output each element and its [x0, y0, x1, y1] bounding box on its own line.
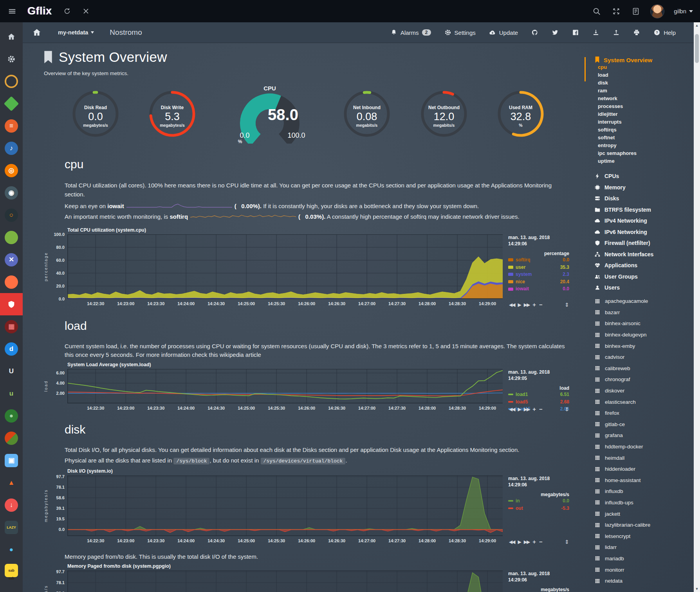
nav-section-ipv6-networking[interactable]: IPv6 Networking: [583, 227, 694, 238]
play-button[interactable]: ▶: [518, 539, 520, 545]
nav-subitem-load[interactable]: load: [583, 71, 694, 79]
legend-user[interactable]: user35.3: [508, 264, 569, 271]
facebook-icon[interactable]: [572, 29, 579, 36]
nav-app-calibreweb[interactable]: calibreweb: [583, 363, 694, 374]
app-docker[interactable]: ≡: [0, 115, 23, 137]
nav-app-lidarr[interactable]: lidarr: [583, 542, 694, 553]
app-heimdall-active[interactable]: [0, 293, 23, 315]
nav-app-mariadb[interactable]: mariadb: [583, 553, 694, 564]
gauge-disk-read[interactable]: Disk Read0.0megabytes/s: [70, 89, 121, 140]
nav-section-system-overview[interactable]: System Overview: [583, 56, 694, 63]
pan-left-button[interactable]: ◀◀: [509, 539, 514, 545]
zoom-in-button[interactable]: +: [532, 406, 536, 412]
nav-app-apacheguacamole[interactable]: apacheguacamole: [583, 296, 694, 307]
nav-app-influxdb-ups[interactable]: influxdb-ups: [583, 497, 694, 508]
nav-subitem-network[interactable]: network: [583, 95, 694, 103]
nav-app-heimdall[interactable]: heimdall: [583, 452, 694, 464]
pan-left-button[interactable]: ◀◀: [509, 302, 514, 308]
nav-app-hddtemp-docker[interactable]: hddtemp-docker: [583, 441, 694, 452]
chart-plot-area[interactable]: [67, 570, 503, 592]
server-dropdown[interactable]: my-netdata: [58, 29, 94, 36]
nav-app-monitorr[interactable]: monitorr: [583, 564, 694, 576]
gauge-disk-write[interactable]: Disk Write5.3megabytes/s: [147, 89, 197, 140]
pan-right-button[interactable]: ▶▶: [524, 407, 529, 412]
gauge-cpu[interactable]: CPU58.00.0100.0%: [224, 84, 315, 145]
nav-section-btrfs-filesystem[interactable]: BTRFS filesystem: [583, 204, 694, 216]
pan-right-button[interactable]: ▶▶: [524, 302, 529, 308]
gauge-net-inbound[interactable]: Net Inbound0.08megabits/s: [342, 89, 392, 140]
fullscreen-icon[interactable]: [611, 6, 621, 16]
zoom-in-button[interactable]: +: [532, 301, 536, 308]
chart-plot-area[interactable]: [67, 234, 503, 299]
nav-app-elasticsearch[interactable]: elasticsearch: [583, 396, 694, 408]
nav-subitem-cpu[interactable]: cpu: [583, 63, 694, 71]
app-unraid[interactable]: U: [0, 360, 23, 382]
app-gitlab[interactable]: ▲: [0, 471, 23, 494]
nav-app-binhex-delugevpn[interactable]: binhex-delugevpn: [583, 329, 694, 340]
alarms-button[interactable]: Alarms2: [390, 29, 431, 36]
nav-section-users[interactable]: Users: [583, 282, 694, 293]
app-radarr[interactable]: ◉: [0, 182, 23, 204]
nav-app-home-assistant[interactable]: home-assistant: [583, 475, 694, 486]
nav-app-netdata[interactable]: netdata: [583, 575, 694, 587]
settings-button[interactable]: Settings: [444, 29, 476, 36]
gauge-used-ram[interactable]: Used RAM32.8%: [496, 89, 546, 140]
home-shortcut[interactable]: [0, 25, 23, 48]
nav-subitem-softirqs[interactable]: softirqs: [583, 126, 694, 134]
resize-handle[interactable]: ⇕: [565, 302, 569, 308]
legend-softirq[interactable]: softirq0.0: [508, 256, 569, 264]
nav-subitem-disk[interactable]: disk: [583, 79, 694, 87]
nav-app-chronograf[interactable]: chronograf: [583, 374, 694, 385]
nav-app-binhex-emby[interactable]: binhex-emby: [583, 340, 694, 352]
page-scrollbar[interactable]: ▲ ▼: [694, 22, 700, 592]
search-icon[interactable]: [592, 6, 602, 16]
legend-iowait[interactable]: iowait0.0: [508, 285, 569, 293]
chart-system-load[interactable]: System Load Average (system.load)load6.0…: [42, 362, 572, 414]
user-menu[interactable]: gilbn: [674, 8, 693, 14]
chart-plot-area[interactable]: [67, 475, 503, 536]
app-grafana[interactable]: [0, 226, 23, 248]
nav-subitem-entropy[interactable]: entropy: [583, 142, 694, 149]
app-lazylibrarian[interactable]: LAZY: [0, 516, 23, 538]
app-filebrowser[interactable]: ▣: [0, 449, 23, 471]
nav-app-gitlab-ce[interactable]: gitlab-ce: [583, 419, 694, 430]
zoom-out-button[interactable]: −: [539, 538, 543, 545]
changelog-icon[interactable]: [631, 6, 641, 16]
scroll-thumb[interactable]: [695, 34, 699, 63]
nav-subitem-interrupts[interactable]: interrupts: [583, 118, 694, 126]
resize-handle[interactable]: ⇕: [565, 406, 569, 412]
close-tab-icon[interactable]: [81, 6, 91, 16]
export-icon[interactable]: [613, 29, 620, 36]
nav-section-network-interfaces[interactable]: Network Interfaces: [583, 249, 694, 260]
app-pills[interactable]: [0, 427, 23, 449]
gauge-net-outbound[interactable]: Net Outbound12.0megabits/s: [419, 89, 469, 140]
app-airsonic[interactable]: ♪: [0, 137, 23, 159]
chart-system-io[interactable]: Disk I/O (system.io)megabytes/s97.778.15…: [42, 468, 572, 546]
app-download[interactable]: ↓: [0, 494, 23, 516]
nav-subitem-idlejitter[interactable]: idlejitter: [583, 110, 694, 118]
twitter-icon[interactable]: [552, 29, 559, 36]
legend-in[interactable]: in0.0: [508, 497, 569, 505]
avatar[interactable]: [650, 4, 664, 18]
nav-subitem-softnet[interactable]: softnet: [583, 134, 694, 142]
import-icon[interactable]: [592, 29, 599, 36]
refresh-icon[interactable]: [62, 6, 72, 16]
scroll-up-arrow[interactable]: ▲: [695, 22, 699, 29]
app-ubooquity[interactable]: [0, 271, 23, 293]
chart-system-cpu[interactable]: Total CPU utilization (system.cpu)percen…: [42, 227, 572, 309]
app-krusader[interactable]: ▦: [0, 315, 23, 338]
nav-app-hiddenloader[interactable]: hiddenloader: [583, 463, 694, 475]
app-elastic[interactable]: ●: [0, 405, 23, 427]
pan-left-button[interactable]: ◀◀: [509, 407, 514, 412]
app-tautulli[interactable]: [0, 70, 23, 92]
zoom-out-button[interactable]: −: [539, 406, 543, 412]
nav-app-grafana[interactable]: grafana: [583, 430, 694, 441]
nav-app-binhex-airsonic[interactable]: binhex-airsonic: [583, 318, 694, 329]
legend-nice[interactable]: nice20.4: [508, 278, 569, 286]
nav-section-disks[interactable]: Disks: [583, 193, 694, 204]
nav-app-firefox[interactable]: firefox: [583, 407, 694, 419]
nav-section-user-groups[interactable]: User Groups: [583, 271, 694, 283]
app-sabnzbd[interactable]: sabsab: [0, 561, 23, 583]
app-diskover[interactable]: d: [0, 338, 23, 360]
zoom-out-button[interactable]: −: [539, 301, 543, 308]
